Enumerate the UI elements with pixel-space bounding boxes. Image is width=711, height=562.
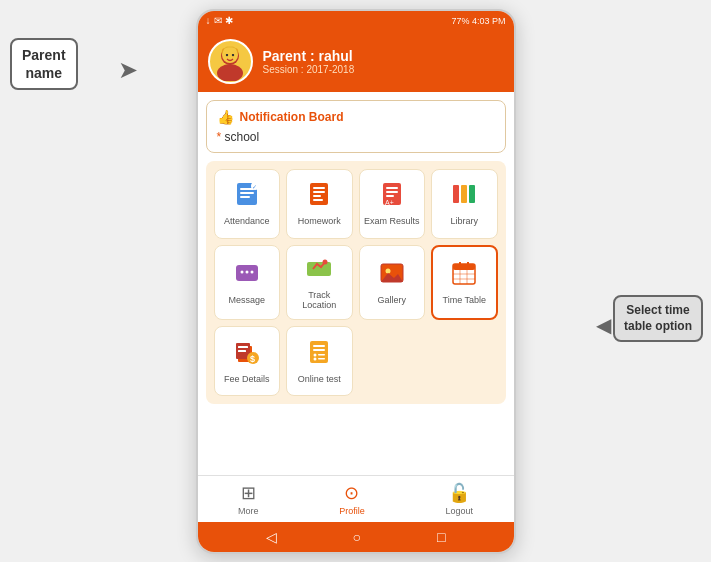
nav-profile[interactable]: ⊙ Profile [339, 482, 365, 516]
recent-button[interactable]: □ [437, 529, 445, 545]
onlinetest-icon [305, 338, 333, 370]
svg-rect-11 [310, 183, 328, 205]
parent-arrow-icon: ➤ [118, 56, 138, 84]
svg-rect-18 [386, 191, 398, 193]
svg-rect-12 [313, 187, 325, 189]
grid-item-examresults[interactable]: A+ Exam Results [359, 169, 426, 239]
svg-rect-36 [453, 264, 475, 270]
nav-more[interactable]: ⊞ More [238, 482, 259, 516]
grid-item-gallery[interactable]: Gallery [359, 245, 426, 321]
svg-point-4 [232, 54, 234, 56]
svg-point-28 [250, 270, 253, 273]
library-icon [450, 180, 478, 212]
svg-point-30 [323, 259, 328, 264]
svg-rect-14 [313, 195, 321, 197]
attendance-label: Attendance [224, 216, 270, 227]
svg-rect-22 [461, 185, 467, 203]
svg-rect-7 [240, 192, 254, 194]
thumbsup-icon: 👍 [217, 109, 234, 125]
svg-text:✓: ✓ [252, 184, 257, 190]
profile-label: Profile [339, 506, 365, 516]
svg-point-1 [217, 64, 243, 81]
grid-item-timetable[interactable]: Time Table [431, 245, 498, 321]
svg-text:$: $ [250, 354, 255, 364]
svg-point-33 [385, 268, 390, 273]
grid-item-homework[interactable]: Homework [286, 169, 353, 239]
message-icon-grid [233, 259, 261, 291]
status-bar-left: ↓ ✉ ✱ [206, 15, 233, 26]
svg-point-53 [314, 357, 317, 360]
examresults-icon: A+ [378, 180, 406, 212]
grid-item-attendance[interactable]: ✓ Attendance [214, 169, 281, 239]
svg-rect-29 [307, 262, 331, 276]
phone-frame: ↓ ✉ ✱ 77% 4:03 PM [196, 9, 516, 554]
more-icon: ⊞ [241, 482, 256, 504]
more-label: More [238, 506, 259, 516]
logout-icon: 🔓 [448, 482, 470, 504]
examresults-label: Exam Results [364, 216, 420, 227]
svg-point-52 [314, 353, 317, 356]
outer-wrapper: Parent name ➤ Select time table option ◀… [0, 0, 711, 562]
parent-name-callout: Parent name [10, 38, 78, 90]
library-label: Library [450, 216, 478, 227]
grid-item-tracklocation[interactable]: Track Location [286, 245, 353, 321]
header: Parent : rahul Session : 2017-2018 [198, 31, 514, 92]
session-label: Session : 2017-2018 [263, 64, 355, 75]
svg-rect-23 [469, 185, 475, 203]
svg-rect-50 [313, 345, 325, 347]
svg-text:A+: A+ [385, 199, 394, 206]
android-bar: ◁ ○ □ [198, 522, 514, 552]
attendance-icon: ✓ [233, 180, 261, 212]
svg-rect-46 [238, 350, 246, 352]
svg-rect-21 [453, 185, 459, 203]
notification-title: 👍 Notification Board [217, 109, 495, 125]
svg-point-3 [226, 54, 228, 56]
home-button[interactable]: ○ [353, 529, 361, 545]
timetable-label: Time Table [442, 295, 486, 306]
notification-item-school: school [217, 130, 495, 144]
profile-icon: ⊙ [344, 482, 359, 504]
grid-item-library[interactable]: Library [431, 169, 498, 239]
bottom-nav: ⊞ More ⊙ Profile 🔓 Logout [198, 475, 514, 522]
svg-rect-13 [313, 191, 325, 193]
grid-item-message[interactable]: Message [214, 245, 281, 321]
message-label: Message [228, 295, 265, 306]
svg-rect-54 [318, 354, 325, 356]
status-bar: ↓ ✉ ✱ 77% 4:03 PM [198, 11, 514, 31]
logout-label: Logout [446, 506, 474, 516]
message-icon: ✉ [214, 15, 222, 26]
header-text: Parent : rahul Session : 2017-2018 [263, 48, 355, 75]
svg-point-27 [245, 270, 248, 273]
feedetails-label: Fee Details [224, 374, 270, 385]
notification-board: 👍 Notification Board school [206, 100, 506, 153]
timetable-arrow-icon: ◀ [596, 313, 611, 337]
parent-name-label: Parent : rahul [263, 48, 355, 64]
homework-icon [305, 180, 333, 212]
svg-rect-49 [310, 341, 328, 363]
svg-rect-55 [318, 358, 325, 360]
back-button[interactable]: ◁ [266, 529, 277, 545]
main-content: ✓ Attendance Homework A+ Exam Results [206, 161, 506, 405]
feedetails-icon: $ [233, 338, 261, 370]
timetable-callout: Select time table option [613, 295, 703, 342]
svg-rect-17 [386, 187, 398, 189]
avatar-icon [210, 41, 250, 81]
svg-point-26 [240, 270, 243, 273]
onlinetest-label: Online test [298, 374, 341, 385]
app-grid: ✓ Attendance Homework A+ Exam Results [214, 169, 498, 397]
grid-item-onlinetest[interactable]: Online test [286, 326, 353, 396]
timetable-icon [450, 259, 478, 291]
download-icon: ↓ [206, 15, 211, 26]
tracklocation-icon [305, 254, 333, 286]
time-battery: 77% 4:03 PM [451, 16, 505, 26]
grid-item-feedetails[interactable]: $ Fee Details [214, 326, 281, 396]
status-bar-right: 77% 4:03 PM [451, 16, 505, 26]
avatar [208, 39, 253, 84]
gallery-label: Gallery [377, 295, 406, 306]
tracklocation-label: Track Location [291, 290, 348, 312]
svg-rect-19 [386, 195, 394, 197]
bluetooth-icon: ✱ [225, 15, 233, 26]
svg-rect-51 [313, 349, 325, 351]
svg-rect-15 [313, 199, 323, 201]
nav-logout[interactable]: 🔓 Logout [446, 482, 474, 516]
